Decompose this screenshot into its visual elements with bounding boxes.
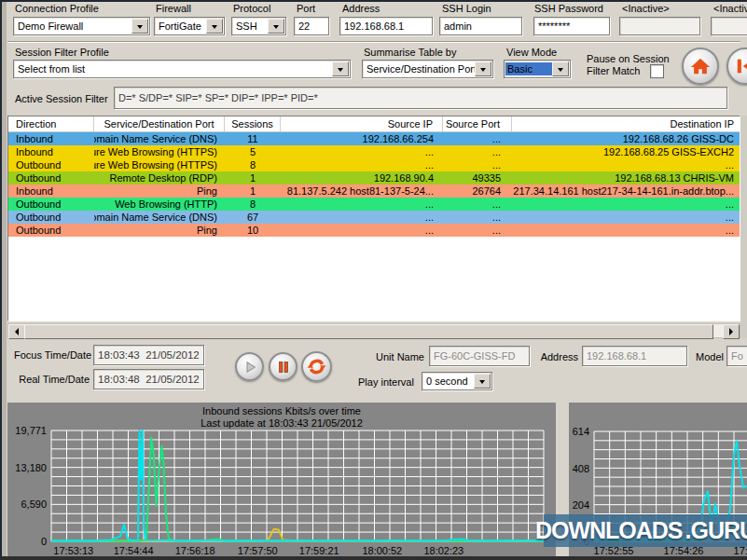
- unit-name-label: Unit Name: [370, 351, 424, 362]
- pause-filter-checkbox[interactable]: [650, 64, 664, 78]
- table-cell: ...: [281, 145, 443, 158]
- table-cell: 11: [225, 132, 281, 145]
- session-filter-profile-combo[interactable]: Select from list: [13, 60, 351, 78]
- window-top-edge: [0, 0, 747, 2]
- table-cell: ...: [512, 224, 740, 237]
- svg-text:614: 614: [573, 426, 589, 437]
- divider-highlight: [7, 42, 740, 43]
- table-row[interactable]: InboundSecure Web Browsing (HTTPS)5.....…: [8, 145, 740, 158]
- session-filter-profile-label: Session Filter Profile: [15, 47, 109, 58]
- svg-text:19,771: 19,771: [15, 425, 47, 436]
- table-row[interactable]: OutboundWeb Browsing (HTTP)8.........: [8, 198, 740, 211]
- chevron-down-icon[interactable]: [268, 19, 284, 34]
- column-header-source-ip[interactable]: Source IP: [281, 116, 443, 131]
- table-cell: ...: [512, 211, 740, 224]
- table-cell: 8: [225, 158, 281, 171]
- session-table-header: Direction Service/Destination Port Sessi…: [8, 116, 740, 132]
- table-cell: ...: [443, 211, 512, 224]
- ssh-password-label: SSH Password: [534, 3, 603, 14]
- ssh-password-input[interactable]: ********: [533, 17, 610, 35]
- address-input[interactable]: 192.168.68.1: [339, 17, 433, 35]
- column-header-direction[interactable]: Direction: [8, 116, 94, 131]
- svg-text:13,180: 13,180: [15, 462, 47, 473]
- active-session-filter-label: Active Session Filter: [15, 93, 108, 104]
- chevron-down-icon[interactable]: [552, 61, 569, 76]
- view-mode-combo[interactable]: Basic: [504, 60, 571, 78]
- summarise-table-by-combo[interactable]: Service/Destination Port: [362, 60, 493, 78]
- table-cell: Outbound: [8, 171, 94, 184]
- vertical-scrollbar-track[interactable]: [740, 116, 747, 338]
- column-header-service[interactable]: Service/Destination Port: [94, 116, 225, 131]
- focus-time-field: 18:03:43 21/05/2012: [93, 345, 204, 365]
- window-left-edge: [0, 0, 2, 560]
- port-input[interactable]: 22: [294, 17, 329, 35]
- play-interval-label: Play interval: [358, 376, 414, 388]
- svg-text:17:53:13: 17:53:13: [53, 545, 93, 556]
- chevron-down-icon[interactable]: [474, 374, 491, 389]
- view-mode-label: View Mode: [506, 47, 557, 58]
- table-cell: 49335: [443, 171, 512, 184]
- scroll-right-button[interactable]: [723, 324, 740, 339]
- skip-to-start-button[interactable]: [726, 48, 747, 85]
- chevron-down-icon[interactable]: [131, 19, 148, 34]
- ssh-login-label: SSH Login: [442, 3, 491, 14]
- horizontal-scrollbar[interactable]: [7, 323, 740, 338]
- table-cell: 10: [225, 224, 281, 237]
- table-cell: 81.137.5.242 host81-137-5-24...: [281, 184, 443, 198]
- pause-icon: [275, 359, 292, 376]
- protocol-combo[interactable]: SSH: [231, 17, 286, 35]
- table-cell: ...: [281, 158, 443, 171]
- scroll-left-button[interactable]: [8, 324, 25, 339]
- table-row[interactable]: InboundDomain Name Service (DNS)11192.16…: [8, 132, 740, 145]
- inbound-chart: 19,77113,1806,590017:53:1317:54:4417:56:…: [7, 403, 556, 560]
- unit-address-label: Address: [539, 351, 578, 362]
- scrollbar-thumb[interactable]: [24, 324, 713, 339]
- table-cell: ...: [512, 158, 740, 171]
- play-interval-value: 0 second: [426, 376, 468, 387]
- chevron-down-icon[interactable]: [475, 61, 491, 76]
- real-time-label: Real Time/Date: [14, 374, 90, 385]
- play-interval-combo[interactable]: 0 second: [422, 372, 492, 390]
- svg-text:0: 0: [41, 536, 47, 547]
- pause-filter-label-line1: Pause on Session: [587, 53, 670, 64]
- table-row[interactable]: InboundPing181.137.5.242 host81-137-5-24…: [8, 184, 740, 198]
- pause-button[interactable]: [269, 352, 297, 381]
- firewall-combo[interactable]: FortiGate: [154, 17, 225, 35]
- app-window: Connection Profile Demo Firewall Firewal…: [0, 0, 747, 560]
- table-cell: ...: [443, 158, 512, 171]
- firewall-label: Firewall: [156, 3, 191, 14]
- summarise-table-by-value: Service/Destination Port: [367, 63, 477, 75]
- table-row[interactable]: OutboundRemote Desktop (RDP)1192.168.90.…: [8, 171, 740, 184]
- column-header-source-port[interactable]: Source Port: [443, 116, 512, 131]
- column-header-destination-ip[interactable]: Destination IP: [512, 116, 740, 131]
- table-cell: Outbound: [8, 211, 94, 224]
- table-row[interactable]: OutboundPing10.........: [8, 224, 740, 237]
- table-cell: 217.34.14.161 host217-34-14-161.in-addr.…: [512, 184, 740, 198]
- session-table: Direction Service/Destination Port Sessi…: [7, 116, 740, 321]
- play-button[interactable]: [235, 352, 264, 381]
- chevron-down-icon[interactable]: [206, 19, 223, 34]
- table-cell: ...: [443, 198, 512, 211]
- column-header-sessions[interactable]: Sessions: [225, 116, 281, 131]
- table-cell: 67: [225, 211, 281, 224]
- table-cell: Outbound: [8, 198, 94, 211]
- svg-text:408: 408: [573, 463, 589, 474]
- inactive1-label: <Inactive>: [622, 3, 670, 14]
- table-cell: Ping: [94, 224, 225, 237]
- home-button[interactable]: [682, 48, 719, 85]
- connection-profile-combo[interactable]: Demo Firewall: [13, 17, 150, 35]
- table-cell: ...: [281, 198, 443, 211]
- active-session-filter-input[interactable]: D=* S/DP=* SIP=* SP=* DIP=* IPP=* PID=*: [114, 87, 727, 109]
- refresh-button[interactable]: [301, 351, 332, 382]
- table-cell: Ping: [94, 184, 225, 198]
- inactive2-label: <Inactive>: [713, 3, 747, 14]
- table-cell: Outbound: [8, 158, 94, 171]
- table-row[interactable]: OutboundSecure Web Browsing (HTTPS)8....…: [8, 158, 740, 171]
- table-cell: Remote Desktop (RDP): [94, 171, 225, 184]
- ssh-login-input[interactable]: admin: [439, 17, 522, 35]
- unit-address-field: 192.168.68.1: [582, 346, 687, 366]
- session-filter-profile-value: Select from list: [18, 63, 85, 75]
- chevron-down-icon[interactable]: [332, 61, 349, 76]
- table-row[interactable]: OutboundDomain Name Service (DNS)67.....…: [8, 211, 740, 224]
- inactive1-input: [619, 17, 700, 35]
